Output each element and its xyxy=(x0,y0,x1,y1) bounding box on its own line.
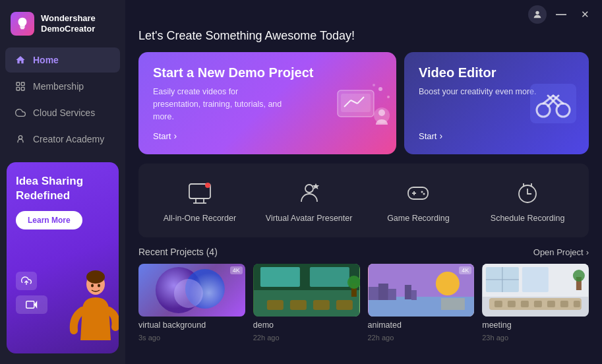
svg-point-6 xyxy=(18,136,22,139)
svg-point-48 xyxy=(174,279,203,308)
svg-rect-53 xyxy=(267,300,284,310)
svg-rect-64 xyxy=(378,284,388,300)
main-content: — ✕ Let's Create Something Awesome Today… xyxy=(125,0,602,364)
svg-rect-54 xyxy=(290,300,307,310)
thumb-badge-3: 4K xyxy=(459,266,471,274)
svg-point-12 xyxy=(91,284,94,288)
svg-point-36 xyxy=(205,183,210,188)
project-name-1: virtual background xyxy=(138,320,245,330)
svg-rect-1 xyxy=(20,28,24,29)
svg-point-11 xyxy=(86,270,105,284)
svg-rect-55 xyxy=(313,300,330,310)
minimize-button[interactable]: — xyxy=(552,5,570,24)
svg-rect-5 xyxy=(21,87,24,90)
svg-point-22 xyxy=(378,87,382,91)
project-name-4: meeting xyxy=(482,320,589,330)
svg-rect-56 xyxy=(336,300,353,310)
svg-rect-81 xyxy=(560,301,568,307)
svg-rect-52 xyxy=(310,267,349,287)
svg-point-37 xyxy=(305,185,313,193)
schedule-recording-icon xyxy=(513,178,542,207)
virtual-avatar-tool[interactable]: Virtual Avatar Presenter xyxy=(255,173,364,228)
promo-learn-more-button[interactable]: Learn More xyxy=(16,211,82,229)
game-recording-label: Game Recording xyxy=(387,214,450,223)
project-thumb-2 xyxy=(253,264,360,317)
svg-rect-4 xyxy=(16,87,20,90)
all-in-one-recorder-tool[interactable]: All-in-One Recorder xyxy=(145,173,255,228)
demo-card-desc: Easily create videos for presentation, t… xyxy=(153,86,285,123)
svg-point-24 xyxy=(373,84,375,86)
svg-rect-76 xyxy=(495,301,502,307)
project-time-3: 22h ago xyxy=(368,334,475,342)
project-card-virtual-background[interactable]: 4K virtual background 3s ago xyxy=(138,264,245,342)
user-account-button[interactable] xyxy=(528,5,547,24)
svg-rect-65 xyxy=(388,289,396,300)
svg-rect-38 xyxy=(408,187,428,199)
project-name-2: demo xyxy=(253,320,360,330)
project-thumb-1: 4K xyxy=(138,264,245,317)
svg-rect-66 xyxy=(404,285,411,299)
promo-title: Idea Sharing Redefined xyxy=(16,174,109,203)
promo-record-icon xyxy=(16,295,47,314)
all-in-one-icon xyxy=(185,178,214,207)
svg-rect-78 xyxy=(521,301,529,307)
content-area: Let's Create Something Awesome Today! St… xyxy=(125,26,602,364)
editor-card-graphic xyxy=(527,77,580,130)
chevron-right-icon: › xyxy=(586,247,589,257)
membership-icon xyxy=(15,80,26,92)
svg-rect-3 xyxy=(21,82,24,86)
video-editor-card[interactable]: Video Editor Boost your creativity even … xyxy=(404,52,589,154)
project-time-4: 23h ago xyxy=(482,334,589,342)
svg-point-61 xyxy=(435,272,459,295)
project-time-1: 3s ago xyxy=(138,334,245,342)
svg-rect-77 xyxy=(508,301,516,307)
hero-cards-row: Start a New Demo Project Easily create v… xyxy=(138,52,589,154)
chevron-right-icon: › xyxy=(439,131,442,141)
promo-upload-icon xyxy=(16,272,37,290)
titlebar: — ✕ xyxy=(125,0,602,26)
project-thumb-3: 4K xyxy=(368,264,475,317)
demo-project-card[interactable]: Start a New Demo Project Easily create v… xyxy=(138,52,396,154)
sidebar-item-cloud-services[interactable]: Cloud Services xyxy=(5,100,120,125)
svg-rect-79 xyxy=(534,301,542,307)
academy-icon xyxy=(15,133,26,145)
sidebar-item-membership[interactable]: Membership xyxy=(5,74,120,99)
demo-card-graphic xyxy=(334,77,387,130)
svg-point-23 xyxy=(387,96,390,98)
project-card-meeting[interactable]: meeting 23h ago xyxy=(482,264,589,342)
cloud-icon xyxy=(15,107,26,119)
project-card-demo[interactable]: demo 22h ago xyxy=(253,264,360,342)
schedule-recording-label: Schedule Recording xyxy=(491,214,565,223)
virtual-avatar-icon xyxy=(295,178,324,207)
project-time-2: 22h ago xyxy=(253,334,360,342)
close-button[interactable]: ✕ xyxy=(576,5,594,24)
svg-rect-2 xyxy=(16,82,20,86)
svg-rect-72 xyxy=(522,267,549,292)
all-in-one-label: All-in-One Recorder xyxy=(164,214,236,223)
chevron-right-icon: › xyxy=(173,131,177,141)
recent-projects-header: Recent Projects (4) Open Project › xyxy=(138,247,589,257)
svg-rect-82 xyxy=(574,301,580,307)
sidebar-item-creator-academy[interactable]: Creator Academy xyxy=(5,127,120,152)
svg-rect-25 xyxy=(530,84,576,123)
project-thumb-4 xyxy=(482,264,589,317)
svg-point-84 xyxy=(573,270,585,282)
game-recording-tool[interactable]: Game Recording xyxy=(364,173,473,228)
schedule-recording-tool[interactable]: Schedule Recording xyxy=(473,173,582,228)
editor-card-start-link[interactable]: Start › xyxy=(419,131,574,141)
tools-row: All-in-One Recorder Virtual Avatar Prese… xyxy=(138,164,589,237)
promo-card: Idea Sharing Redefined Learn More xyxy=(7,162,119,353)
svg-rect-67 xyxy=(411,290,416,300)
virtual-avatar-label: Virtual Avatar Presenter xyxy=(266,214,353,223)
project-card-animated[interactable]: 4K animated 22h ago xyxy=(368,264,475,342)
svg-rect-80 xyxy=(547,301,555,307)
svg-rect-68 xyxy=(440,298,464,310)
recent-projects-title: Recent Projects (4) xyxy=(138,247,218,257)
svg-rect-0 xyxy=(20,27,24,28)
svg-rect-8 xyxy=(26,301,34,309)
svg-point-42 xyxy=(423,193,425,195)
svg-point-13 xyxy=(98,284,100,288)
open-project-link[interactable]: Open Project › xyxy=(533,247,589,257)
sidebar-item-home[interactable]: Home xyxy=(5,47,120,73)
app-logo-icon xyxy=(11,12,34,36)
